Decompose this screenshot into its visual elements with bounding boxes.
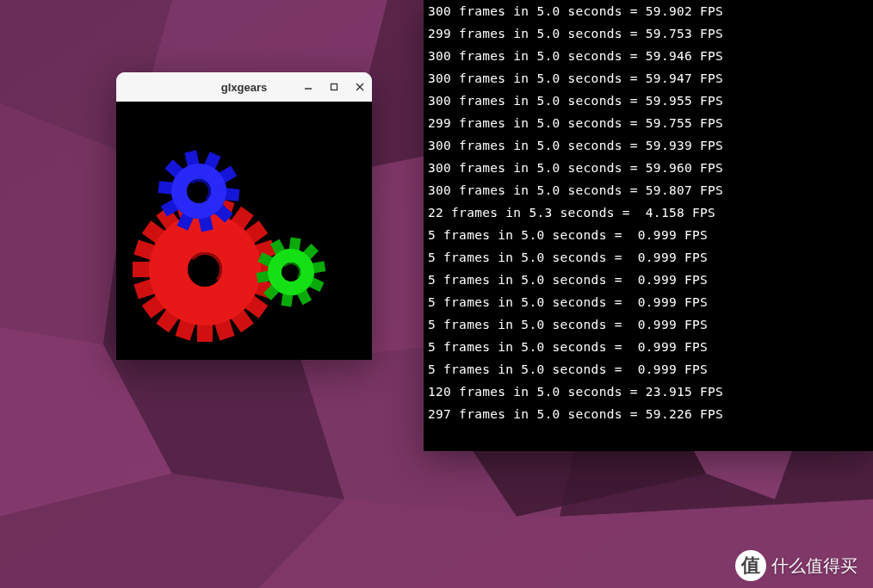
terminal-line: 297 frames in 5.0 seconds = 59.226 FPS (428, 403, 873, 425)
terminal-line: 300 frames in 5.0 seconds = 59.946 FPS (428, 45, 873, 67)
terminal-line: 5 frames in 5.0 seconds = 0.999 FPS (428, 358, 873, 381)
terminal-line: 299 frames in 5.0 seconds = 59.755 FPS (428, 112, 873, 134)
terminal-line: 300 frames in 5.0 seconds = 59.947 FPS (428, 67, 873, 90)
svg-point-43 (190, 255, 220, 284)
terminal-line: 300 frames in 5.0 seconds = 59.902 FPS (428, 0, 873, 22)
terminal-line: 300 frames in 5.0 seconds = 59.939 FPS (428, 134, 873, 157)
close-button[interactable] (353, 80, 367, 94)
minimize-button[interactable] (301, 80, 315, 94)
terminal-line: 5 frames in 5.0 seconds = 0.999 FPS (428, 246, 873, 269)
titlebar-controls (301, 72, 367, 102)
terminal-line: 120 frames in 5.0 seconds = 23.915 FPS (428, 381, 873, 403)
titlebar[interactable]: glxgears (116, 72, 372, 102)
terminal-line: 22 frames in 5.3 seconds = 4.158 FPS (428, 201, 873, 224)
terminal-line: 5 frames in 5.0 seconds = 0.999 FPS (428, 313, 873, 336)
terminal-line: 300 frames in 5.0 seconds = 59.960 FPS (428, 157, 873, 179)
terminal-line: 5 frames in 5.0 seconds = 0.999 FPS (428, 336, 873, 358)
terminal-line: 299 frames in 5.0 seconds = 59.753 FPS (428, 22, 873, 45)
glxgears-window[interactable]: glxgears (116, 72, 372, 360)
gears-canvas (116, 102, 372, 360)
window-title: glxgears (221, 81, 267, 94)
terminal-line: 5 frames in 5.0 seconds = 0.999 FPS (428, 269, 873, 291)
watermark-badge-icon: 值 (735, 550, 766, 581)
terminal-line: 300 frames in 5.0 seconds = 59.955 FPS (428, 90, 873, 112)
terminal-line: 5 frames in 5.0 seconds = 0.999 FPS (428, 224, 873, 246)
terminal-window[interactable]: 300 frames in 5.0 seconds = 59.902 FPS29… (424, 0, 873, 451)
terminal-line: 5 frames in 5.0 seconds = 0.999 FPS (428, 291, 873, 313)
terminal-line: 300 frames in 5.0 seconds = 59.807 FPS (428, 179, 873, 201)
svg-rect-17 (331, 84, 337, 90)
maximize-button[interactable] (327, 80, 341, 94)
watermark: 值 什么值得买 (735, 550, 858, 581)
watermark-text: 什么值得买 (771, 554, 858, 578)
